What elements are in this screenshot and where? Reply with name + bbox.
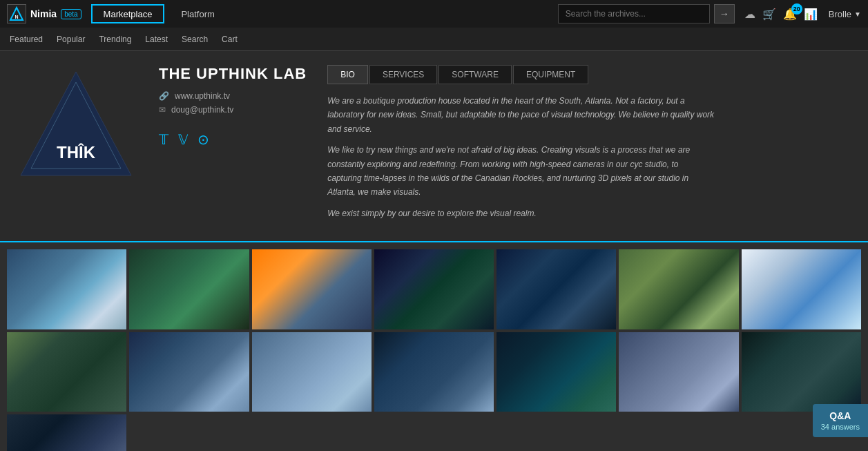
gallery: ‹ 1 2 3 4 5 › (0, 242, 868, 451)
upthink-logo-icon: THÎK (14, 65, 138, 189)
gallery-row-1 (7, 249, 861, 329)
qa-button[interactable]: Q&A 34 answers (813, 404, 868, 437)
website-text: www.upthink.tv (175, 91, 230, 101)
link-icon: 🔗 (159, 91, 169, 101)
website-row: 🔗 www.upthink.tv (159, 91, 307, 101)
nav-popular[interactable]: Popular (57, 35, 85, 44)
gallery-item[interactable] (374, 332, 494, 412)
svg-text:THÎK: THÎK (57, 143, 96, 162)
bio-paragraph-2: We like to try new things and we're not … (327, 143, 714, 200)
email-text: doug@upthink.tv (171, 105, 233, 115)
tab-software[interactable]: SOFTWARE (438, 65, 512, 84)
user-menu[interactable]: Brolle ▼ (829, 9, 861, 19)
bio-text: We are a boutique production house locat… (327, 94, 714, 220)
qa-count: 34 answers (821, 422, 860, 432)
notifications-icon[interactable]: 🔔 20 (783, 8, 797, 21)
top-navbar: N Nimia beta Marketplace Platform → ☁ 🛒 … (0, 0, 868, 28)
gallery-item[interactable] (374, 249, 494, 329)
profile-contact: 🔗 www.upthink.tv ✉ doug@upthink.tv (159, 91, 307, 115)
profile-logo: THÎK (14, 65, 138, 189)
gallery-item[interactable] (619, 332, 738, 412)
social-icons: 𝕋 𝕍 ⊙ (159, 131, 307, 148)
tab-equipment[interactable]: EQUIPMENT (513, 65, 588, 84)
gallery-item[interactable] (7, 249, 126, 329)
email-row: ✉ doug@upthink.tv (159, 105, 307, 115)
logo-area: N Nimia beta (7, 4, 81, 23)
secondary-navbar: Featured Popular Trending Latest Search … (0, 28, 868, 51)
twitter-icon[interactable]: 𝕋 (159, 131, 168, 148)
top-icons: ☁ 🛒 🔔 20 📊 (744, 8, 818, 21)
tab-bio[interactable]: BIO (327, 65, 368, 84)
search-input[interactable] (558, 4, 710, 23)
instagram-icon[interactable]: ⊙ (197, 131, 209, 148)
username: Brolle (829, 9, 851, 19)
bio-paragraph-1: We are a boutique production house locat… (327, 94, 714, 136)
cloud-icon[interactable]: ☁ (744, 8, 755, 21)
gallery-item[interactable] (129, 332, 249, 412)
marketplace-nav-button[interactable]: Marketplace (91, 4, 165, 23)
nav-search[interactable]: Search (182, 35, 208, 44)
gallery-item[interactable] (496, 332, 616, 412)
vimeo-icon[interactable]: 𝕍 (178, 131, 188, 148)
profile-section: THÎK THE UPTHINK LAB 🔗 www.upthink.tv ✉ … (0, 51, 868, 242)
brand-name: Nimia (30, 8, 57, 19)
nav-cart[interactable]: Cart (222, 35, 238, 44)
gallery-item[interactable] (252, 332, 372, 412)
profile-tabs-content: BIO SERVICES SOFTWARE EQUIPMENT We are a… (327, 65, 854, 227)
gallery-item[interactable] (496, 249, 616, 329)
nav-featured[interactable]: Featured (10, 35, 43, 44)
gallery-item[interactable] (619, 249, 738, 329)
chevron-down-icon: ▼ (854, 10, 861, 18)
qa-label: Q&A (821, 410, 860, 422)
svg-text:N: N (15, 15, 18, 19)
analytics-icon[interactable]: 📊 (804, 8, 818, 21)
platform-nav-button[interactable]: Platform (170, 4, 225, 23)
tab-services[interactable]: SERVICES (369, 65, 437, 84)
gallery-item[interactable] (742, 332, 861, 412)
gallery-item[interactable] (252, 249, 372, 329)
beta-badge: beta (61, 9, 81, 19)
profile-info: THE UPTHINK LAB 🔗 www.upthink.tv ✉ doug@… (159, 65, 307, 227)
email-icon: ✉ (159, 105, 166, 115)
gallery-item[interactable] (7, 332, 126, 412)
gallery-row-2 (7, 332, 861, 412)
search-go-button[interactable]: → (714, 4, 735, 23)
notifications-badge: 20 (791, 3, 802, 15)
nav-latest[interactable]: Latest (145, 35, 168, 44)
search-area: → (558, 4, 735, 23)
gallery-row-3 (7, 414, 861, 451)
logo-box: N (7, 4, 26, 23)
bio-paragraph-3: We exist simply by our desire to explore… (327, 207, 714, 220)
gallery-item[interactable] (7, 414, 126, 451)
profile-tabs: BIO SERVICES SOFTWARE EQUIPMENT (327, 65, 854, 84)
gallery-item[interactable] (742, 249, 861, 329)
profile-title: THE UPTHINK LAB (159, 65, 307, 83)
gallery-item[interactable] (129, 249, 249, 329)
nimia-logo-icon: N (9, 6, 24, 21)
nav-trending[interactable]: Trending (99, 35, 131, 44)
cart-icon[interactable]: 🛒 (762, 8, 776, 21)
